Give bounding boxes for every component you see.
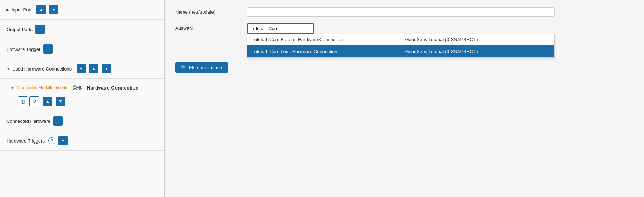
auswahl-dropdown-list: Tutorial_Con_Button : Hardware Connectio… [247, 34, 555, 58]
dropdown-item-2-col2: GenoSens Tutorial (0-SNAPSHOT) [401, 45, 555, 57]
dropdown-item-1[interactable]: Tutorial_Con_Button : Hardware Connectio… [247, 34, 554, 45]
dropdown-item-1-col2: GenoSens Tutorial (0-SNAPSHOT) [401, 34, 555, 45]
input-port-down-btn[interactable]: ▼ [49, 5, 58, 14]
hardware-connection-icon [73, 84, 84, 92]
software-trigger-label: Software Trigger [6, 47, 40, 52]
element-search-button[interactable]: 🔍 Element suchen [175, 62, 228, 73]
used-hw-add-btn[interactable]: + [77, 64, 86, 73]
main-container: ▶ Input Port ▲ ▼ Output Ports + [0, 0, 644, 197]
search-button-row: 🔍 Element suchen [175, 62, 633, 73]
used-hw-down-btn[interactable]: ▼ [102, 64, 111, 73]
hardware-triggers-row: Hardware Triggers ? + [0, 131, 164, 151]
connected-hardware-row: Connected Hardware + [0, 111, 164, 131]
dropdown-item-1-col1: Tutorial_Con_Button : Hardware Connectio… [247, 34, 401, 45]
hw-svg-icon [73, 84, 84, 92]
dropdown-item-2[interactable]: Tutorial_Con_Led : Hardware Connection G… [247, 45, 554, 57]
hw-action-row: 🗑 ↺ ▲ ▼ [0, 94, 164, 111]
used-hw-connections-row: ▼ Used Hardware Connections + ▲ ▼ [0, 59, 164, 79]
name-label: Name (neu/update) [175, 7, 247, 15]
hw-item-row: ▼ [Name des Modellelements] [0, 79, 164, 94]
svg-rect-3 [79, 86, 81, 89]
output-ports-label: Output Ports [6, 27, 33, 32]
plus-icon: + [39, 27, 41, 32]
dropdown-item-2-col1: Tutorial_Con_Led : Hardware Connection [247, 45, 401, 57]
auswahl-label: Auswahl [175, 23, 247, 31]
connected-hardware-text: Connected Hardware [6, 119, 50, 124]
output-ports-text: Output Ports [6, 27, 33, 32]
software-trigger-row: Software Trigger + [0, 39, 164, 59]
input-port-triangle-icon: ▶ [6, 8, 9, 12]
chevron-up-icon: ▲ [39, 7, 43, 12]
plus-icon-4: + [57, 119, 59, 124]
hardware-triggers-text: Hardware Triggers [6, 138, 45, 144]
search-button-label: Element suchen [189, 65, 222, 70]
used-hw-connections-label: ▼ Used Hardware Connections [6, 66, 72, 72]
output-ports-row: Output Ports + [0, 20, 164, 39]
left-panel: ▶ Input Port ▲ ▼ Output Ports + [0, 0, 165, 197]
name-form-row: Name (neu/update) [175, 7, 633, 17]
hw-delete-btn[interactable]: 🗑 [18, 96, 28, 106]
delete-icon: 🗑 [21, 99, 25, 104]
plus-icon-5: + [62, 138, 64, 143]
right-panel: Name (neu/update) Auswahl Tutorial_Con_B… [165, 0, 644, 197]
used-hw-btn-group: + ▲ ▼ [74, 64, 111, 73]
name-input[interactable] [247, 7, 555, 17]
software-trigger-text: Software Trigger [6, 47, 40, 52]
hw-item-triangle-icon: ▼ [11, 86, 14, 90]
help-icon: ? [51, 139, 53, 143]
used-hw-up-btn[interactable]: ▲ [89, 64, 98, 73]
auswahl-form-row: Auswahl Tutorial_Con_Button : Hardware C… [175, 23, 633, 34]
plus-icon-2: + [47, 47, 49, 52]
hw-item-label: [Name des Modellelements] Hardware Conne… [16, 84, 138, 92]
hw-up-btn[interactable]: ▲ [43, 97, 52, 106]
model-element-label: [Name des Modellelements] [16, 85, 70, 90]
input-port-up-btn[interactable]: ▲ [36, 5, 46, 14]
hw-connection-title: Hardware Connection [87, 85, 139, 91]
down-arrow-icon: ▼ [104, 66, 108, 71]
hw-down-btn[interactable]: ▼ [56, 97, 65, 106]
hardware-triggers-label: Hardware Triggers ? [6, 137, 55, 144]
search-icon: 🔍 [181, 65, 187, 70]
hardware-triggers-help-btn[interactable]: ? [48, 137, 55, 144]
software-trigger-add-btn[interactable]: + [43, 44, 53, 54]
chevron-down-icon: ▼ [52, 7, 56, 12]
connected-hardware-label: Connected Hardware [6, 119, 50, 124]
down-icon: ▼ [58, 99, 63, 104]
svg-point-0 [73, 86, 77, 90]
connected-hardware-add-btn[interactable]: + [53, 116, 63, 126]
output-ports-add-btn[interactable]: + [35, 25, 45, 34]
input-port-btn-group: ▲ ▼ [34, 5, 58, 14]
hardware-triggers-add-btn[interactable]: + [58, 136, 68, 145]
used-hw-triangle-icon: ▼ [6, 67, 10, 71]
auswahl-dropdown-container: Tutorial_Con_Button : Hardware Connectio… [247, 23, 555, 34]
hw-reset-btn[interactable]: ↺ [29, 96, 39, 106]
up-arrow-icon: ▲ [92, 66, 96, 71]
auswahl-input[interactable] [247, 23, 314, 34]
input-port-text: Input Port [11, 7, 31, 13]
plus-icon-3: + [80, 66, 83, 71]
input-port-label: ▶ Input Port [6, 7, 31, 13]
reset-icon: ↺ [32, 98, 37, 105]
up-icon: ▲ [45, 99, 50, 104]
svg-point-1 [74, 87, 76, 89]
used-hw-connections-text: Used Hardware Connections [12, 66, 72, 72]
input-port-row: ▶ Input Port ▲ ▼ [0, 0, 164, 20]
